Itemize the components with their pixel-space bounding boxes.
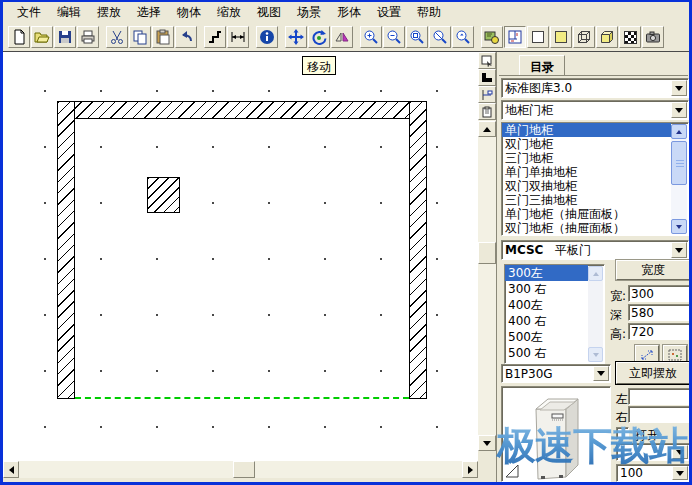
- size-list-scrollbar[interactable]: [588, 266, 603, 362]
- polyline-button[interactable]: [204, 26, 226, 48]
- scroll-up-button[interactable]: [671, 124, 687, 139]
- move-button[interactable]: [285, 26, 307, 48]
- menu-shape[interactable]: 形体: [329, 2, 369, 23]
- list-item[interactable]: 单门单抽地柜: [502, 165, 671, 179]
- walkthrough-view-button[interactable]: [481, 26, 503, 48]
- open-button[interactable]: [31, 26, 53, 48]
- room-wall-top[interactable]: [57, 101, 427, 119]
- clipboard-tool-button[interactable]: [478, 103, 496, 120]
- menu-object[interactable]: 物体: [169, 2, 209, 23]
- canvas-vertical-scrollbar[interactable]: [478, 52, 496, 482]
- shaded-rect-button[interactable]: [550, 26, 572, 48]
- menu-view[interactable]: 视图: [249, 2, 289, 23]
- list-item[interactable]: 400 右: [505, 313, 588, 329]
- zoom-in-button[interactable]: [360, 26, 382, 48]
- scroll-down-button[interactable]: [671, 219, 687, 234]
- dimension-tool-button[interactable]: [478, 86, 496, 103]
- menu-place[interactable]: 摆放: [89, 2, 129, 23]
- list-item[interactable]: 三门三抽地柜: [502, 193, 671, 207]
- page-corner-icon[interactable]: [504, 463, 520, 479]
- material-button[interactable]: [619, 26, 641, 48]
- catalog-listbox[interactable]: 单门地柜 双门地柜 三门地柜 单门单抽地柜 双门双抽地柜 三门三抽地柜 单门地柜…: [501, 122, 689, 236]
- door-style-combo-drop[interactable]: [671, 242, 687, 258]
- width-mode-button[interactable]: 宽度: [616, 260, 690, 280]
- info-button[interactable]: [256, 26, 278, 48]
- category-combo-drop[interactable]: [671, 102, 687, 118]
- drawing-canvas[interactable]: 移动: [3, 52, 478, 461]
- wall-corner-tool-button[interactable]: [478, 69, 496, 86]
- list-item[interactable]: 500 右: [505, 345, 588, 361]
- size-listbox[interactable]: 300左 300 右 400左 400 右 500左 500 右: [504, 264, 605, 364]
- scale-combo-drop[interactable]: [672, 466, 688, 480]
- save-button[interactable]: [54, 26, 76, 48]
- scroll-up-button[interactable]: [588, 266, 603, 281]
- list-item[interactable]: 单门地柜（抽屉面板）: [502, 207, 671, 221]
- shaded-cube-button[interactable]: [596, 26, 618, 48]
- height-input[interactable]: [628, 323, 690, 340]
- model-combo-drop[interactable]: [593, 366, 609, 381]
- horizontal-scroll-thumb[interactable]: [233, 461, 255, 478]
- scroll-down-button[interactable]: [588, 347, 603, 362]
- new-button[interactable]: [8, 26, 30, 48]
- vertical-scroll-thumb[interactable]: [478, 242, 496, 264]
- category-combo[interactable]: 地柜门柜: [501, 100, 689, 120]
- position-combo-drop[interactable]: [672, 445, 688, 459]
- dimension-button[interactable]: [227, 26, 249, 48]
- menu-select[interactable]: 选择: [129, 2, 169, 23]
- copy-button[interactable]: [129, 26, 151, 48]
- list-item[interactable]: 双门地柜: [502, 137, 671, 151]
- door-style-combo[interactable]: MCSC 平板门: [501, 240, 689, 260]
- scroll-up-button[interactable]: [478, 121, 496, 137]
- menu-zoom[interactable]: 缩放: [209, 2, 249, 23]
- scroll-left-button[interactable]: [3, 461, 19, 478]
- width-input[interactable]: [628, 285, 690, 302]
- wireframe-cube-button[interactable]: [573, 26, 595, 48]
- list-item[interactable]: 三门地柜: [502, 151, 671, 165]
- tab-catalog[interactable]: 目录: [519, 55, 565, 75]
- menu-scene[interactable]: 场景: [289, 2, 329, 23]
- depth-input[interactable]: [628, 304, 690, 321]
- window-tool-button[interactable]: [478, 52, 496, 69]
- zoom-out-button[interactable]: [383, 26, 405, 48]
- cut-button[interactable]: [106, 26, 128, 48]
- left-input[interactable]: [628, 388, 690, 405]
- list-item[interactable]: 300左: [505, 265, 588, 281]
- list-item[interactable]: 400左: [505, 297, 588, 313]
- scroll-right-button[interactable]: [462, 461, 478, 478]
- paste-button[interactable]: [152, 26, 174, 48]
- scroll-down-button[interactable]: [478, 435, 496, 451]
- zoom-extents-button[interactable]: [429, 26, 451, 48]
- model-combo[interactable]: B1P30G: [501, 364, 611, 383]
- open-checkbox[interactable]: [616, 427, 629, 440]
- library-combo[interactable]: 标准图库3.0: [501, 78, 689, 98]
- zoom-window-button[interactable]: [406, 26, 428, 48]
- list-item[interactable]: 单门地柜: [502, 123, 671, 137]
- placed-cabinet-object[interactable]: [147, 177, 180, 213]
- snapshot-button[interactable]: [642, 26, 664, 48]
- plan-view-button[interactable]: [504, 26, 526, 48]
- canvas-horizontal-scrollbar[interactable]: [3, 461, 478, 478]
- menu-settings[interactable]: 设置: [369, 2, 409, 23]
- undo-button[interactable]: [175, 26, 197, 48]
- place-now-button[interactable]: 立即摆放: [616, 362, 690, 384]
- room-wall-left[interactable]: [57, 101, 75, 399]
- room-wall-right[interactable]: [409, 101, 427, 399]
- list-item[interactable]: 双门地柜（抽屉面板）: [502, 221, 671, 235]
- library-combo-drop[interactable]: [671, 80, 687, 96]
- position-combo[interactable]: [616, 443, 690, 461]
- mirror-button[interactable]: [331, 26, 353, 48]
- menu-file[interactable]: 文件: [9, 2, 49, 23]
- catalog-list-scrollbar[interactable]: [671, 124, 687, 234]
- wireframe-rect-button[interactable]: [527, 26, 549, 48]
- print-button[interactable]: [77, 26, 99, 48]
- list-item[interactable]: 300 右: [505, 281, 588, 297]
- menu-help[interactable]: 帮助: [409, 2, 449, 23]
- scale-combo[interactable]: 100: [616, 464, 690, 482]
- rotate-button[interactable]: [308, 26, 330, 48]
- zoom-previous-button[interactable]: [452, 26, 474, 48]
- menu-edit[interactable]: 编辑: [49, 2, 89, 23]
- list-item[interactable]: 500左: [505, 329, 588, 345]
- right-input[interactable]: [628, 406, 690, 423]
- scroll-thumb[interactable]: [671, 141, 687, 185]
- list-item[interactable]: 双门双抽地柜: [502, 179, 671, 193]
